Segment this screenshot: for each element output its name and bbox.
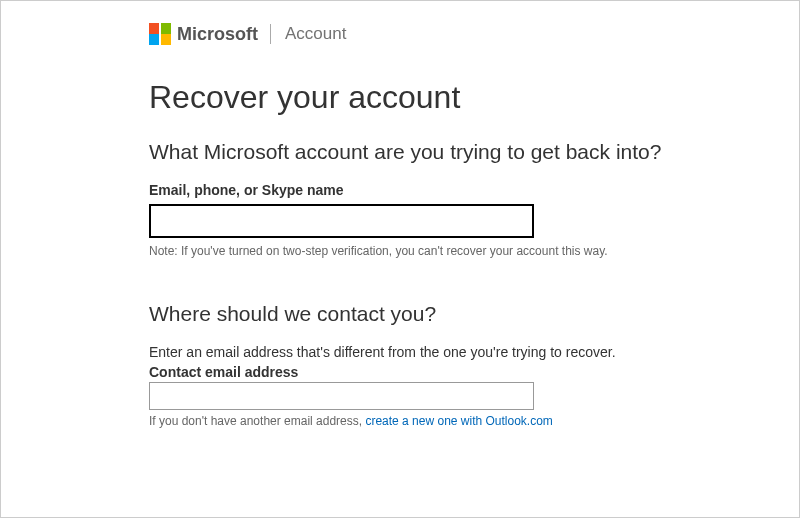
contact-email-input[interactable] [149,382,534,410]
two-step-note: Note: If you've turned on two-step verif… [149,244,749,258]
contact-label: Contact email address [149,364,749,380]
microsoft-logo-icon [149,23,171,45]
brand-name: Microsoft [177,24,258,45]
identifier-input[interactable] [149,204,534,238]
no-email-row: If you don't have another email address,… [149,414,749,428]
contact-question: Where should we contact you? [149,302,749,326]
page-title: Recover your account [149,79,749,116]
contact-help-text: Enter an email address that's different … [149,344,749,360]
no-email-prefix: If you don't have another email address, [149,414,365,428]
identifier-label: Email, phone, or Skype name [149,182,749,198]
create-outlook-link[interactable]: create a new one with Outlook.com [365,414,552,428]
page-header: Microsoft Account [149,23,749,45]
header-divider [270,24,271,44]
section-name: Account [285,24,346,44]
identifier-question: What Microsoft account are you trying to… [149,140,749,164]
